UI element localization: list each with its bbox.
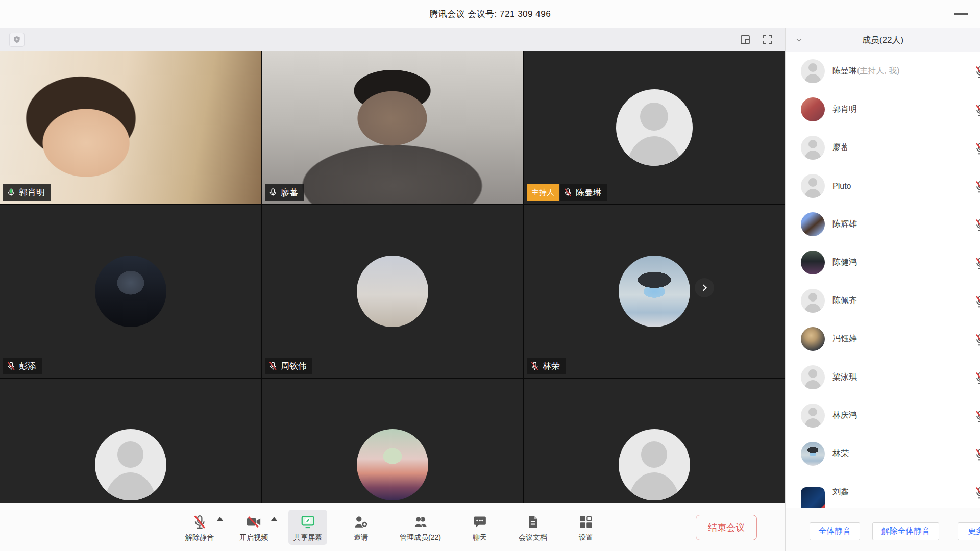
end-meeting-button[interactable]: 结束会议 (696, 515, 757, 540)
video-tile-pengtian[interactable]: 彭添 (0, 205, 261, 378)
video-tile-7[interactable] (0, 379, 261, 503)
mic-muted-icon[interactable] (974, 333, 980, 348)
mic-muted-icon (530, 361, 540, 371)
window-titlebar: 腾讯会议 会议号: 721 309 496 (0, 0, 980, 28)
member-row-chenhuixiong[interactable]: 陈辉雄 (786, 205, 980, 243)
invite-button[interactable]: 邀请 (342, 510, 379, 545)
member-row-liuxin[interactable]: 刘鑫 (786, 473, 980, 508)
name-tag: 周钦伟 (265, 358, 312, 374)
mic-muted-icon (563, 188, 573, 197)
more-button[interactable]: 更多 (958, 522, 980, 540)
collapse-sidebar-button[interactable] (795, 36, 803, 46)
avatar (801, 365, 825, 389)
photo-avatar (95, 256, 166, 327)
member-row-linrong[interactable]: 林荣 (786, 435, 980, 473)
settings-button[interactable]: 设置 (568, 510, 604, 545)
mic-muted-icon[interactable] (974, 448, 980, 463)
layout-switch-button[interactable] (738, 33, 753, 47)
member-row-guoxiaoming[interactable]: 郭肖明 (786, 90, 980, 129)
avatar (801, 174, 825, 198)
participant-name: 廖蕃 (281, 187, 298, 198)
avatar (801, 212, 825, 236)
mic-muted-icon[interactable] (974, 180, 980, 195)
member-row-chenjianhong[interactable]: 陈健鸿 (786, 243, 980, 282)
member-name: 廖蕃 (832, 142, 849, 153)
video-pane: 郭肖明 廖蕃 主持人 陈曼琳 (0, 28, 785, 551)
host-badge: 主持人 (527, 184, 559, 201)
placeholder-avatar (619, 429, 690, 500)
avatar (801, 487, 825, 508)
name-tag: 廖蕃 (265, 184, 304, 201)
manage-members-button[interactable]: 管理成员(22) (395, 510, 446, 545)
mic-muted-icon[interactable] (974, 486, 980, 502)
member-name: 梁泳琪 (832, 372, 857, 383)
member-row-liaofan[interactable]: 廖蕃 (786, 129, 980, 167)
video-options-caret[interactable] (271, 517, 277, 521)
meeting-docs-button[interactable]: 会议文档 (513, 510, 552, 545)
chevron-right-icon (699, 283, 709, 293)
settings-icon (578, 514, 594, 530)
member-name: Pluto (832, 182, 851, 191)
participant-name: 陈曼琳 (576, 187, 602, 198)
start-video-button[interactable]: 开启视频 (234, 510, 273, 545)
unmute-all-button[interactable]: 解除全体静音 (872, 522, 939, 540)
video-tile-zhouqinwei[interactable]: 周钦伟 (262, 205, 523, 378)
window-title: 腾讯会议 会议号: 721 309 496 (429, 8, 551, 20)
photo-avatar (357, 429, 428, 500)
people-icon (412, 514, 429, 530)
mic-muted-icon[interactable] (974, 257, 980, 272)
video-top-strip (0, 28, 785, 51)
document-icon (526, 514, 540, 530)
member-row-chenpeiqi[interactable]: 陈佩齐 (786, 282, 980, 320)
person-plus-icon (353, 514, 369, 530)
mic-muted-icon[interactable] (974, 104, 980, 119)
mic-muted-icon (6, 361, 16, 371)
security-button[interactable] (9, 33, 24, 47)
mic-muted-icon[interactable] (974, 410, 980, 425)
mic-muted-icon[interactable] (974, 218, 980, 234)
member-row-fengyuting[interactable]: 冯钰婷 (786, 320, 980, 358)
member-row-liangyongqi[interactable]: 梁泳琪 (786, 358, 980, 396)
chat-button[interactable]: 聊天 (461, 510, 498, 545)
mic-on-icon (268, 188, 278, 197)
mic-muted-icon[interactable] (974, 65, 980, 81)
member-name: 林庆鸿 (832, 410, 857, 421)
camera-off-icon (246, 514, 262, 530)
members-sidebar: 成员(22人) 陈曼琳(主持人, 我) 郭肖明 廖蕃 Pluto 陈辉雄 (785, 28, 980, 551)
chat-icon (472, 514, 487, 530)
video-tile-chenmanlin[interactable]: 主持人 陈曼琳 (524, 51, 785, 204)
member-name: 刘鑫 (832, 487, 849, 497)
member-list: 陈曼琳(主持人, 我) 郭肖明 廖蕃 Pluto 陈辉雄 陈健鸿 (786, 52, 980, 508)
mic-muted-icon[interactable] (974, 142, 980, 157)
avatar (801, 442, 825, 466)
member-row-pluto[interactable]: Pluto (786, 167, 980, 205)
video-tile-8[interactable] (262, 379, 523, 503)
video-tile-9[interactable] (524, 379, 785, 503)
mic-muted-icon[interactable] (974, 295, 980, 310)
avatar (801, 136, 825, 160)
member-row-chenmanlin[interactable]: 陈曼琳(主持人, 我) (786, 52, 980, 90)
name-tag: 郭肖明 (3, 184, 51, 201)
meeting-toolbar: 解除静音 开启视频 共享屏幕 邀请 管理成员(22) 聊天 会议文档 (0, 503, 785, 551)
avatar (801, 327, 825, 351)
mic-muted-icon (192, 514, 207, 530)
avatar (801, 404, 825, 428)
member-row-linqinghong[interactable]: 林庆鸿 (786, 396, 980, 435)
photo-avatar (357, 256, 428, 327)
next-page-button[interactable] (695, 278, 714, 297)
video-tile-guoxiaoming[interactable]: 郭肖明 (0, 51, 261, 204)
mute-all-button[interactable]: 全体静音 (810, 522, 860, 540)
unmute-button[interactable]: 解除静音 (180, 510, 219, 545)
mic-options-caret[interactable] (217, 517, 223, 521)
name-tag: 主持人 陈曼琳 (527, 184, 607, 201)
video-tile-linrong[interactable]: 林荣 (524, 205, 785, 378)
member-name: 陈佩齐 (832, 295, 857, 306)
fullscreen-button[interactable] (760, 33, 775, 47)
minimize-button[interactable] (949, 0, 973, 28)
mic-muted-icon[interactable] (974, 371, 980, 387)
share-screen-button[interactable]: 共享屏幕 (288, 510, 327, 545)
layout-icon (739, 34, 751, 46)
member-name: 陈辉雄 (832, 219, 857, 230)
video-tile-liaofan[interactable]: 廖蕃 (262, 51, 523, 204)
mic-active-icon (6, 188, 16, 197)
